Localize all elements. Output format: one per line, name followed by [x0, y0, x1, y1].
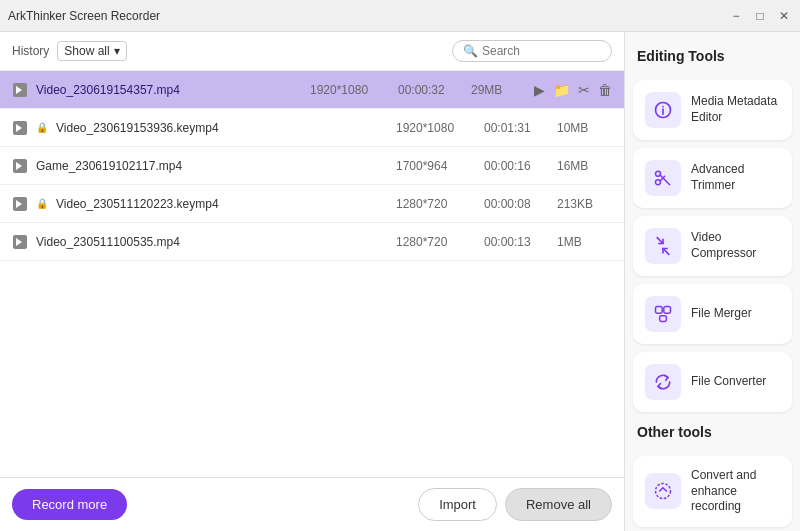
svg-line-7 — [657, 238, 663, 244]
close-button[interactable]: ✕ — [776, 8, 792, 24]
file-name: Video_230619153936.keymp4 — [56, 121, 388, 135]
file-size: 1MB — [557, 235, 612, 249]
file-name: Video_230511120223.keymp4 — [56, 197, 388, 211]
tool-media-metadata[interactable]: Media Metadata Editor — [633, 80, 792, 140]
window-controls: − □ ✕ — [728, 8, 792, 24]
scissors-icon — [653, 168, 673, 188]
video-icon — [12, 234, 28, 250]
file-merger-icon-wrap — [645, 296, 681, 332]
play-button[interactable]: ▶ — [534, 82, 545, 98]
file-duration: 00:00:13 — [484, 235, 549, 249]
delete-button[interactable]: 🗑 — [598, 82, 612, 98]
main-layout: History Show all ▾ 🔍 Video_230619154357.… — [0, 32, 800, 531]
file-duration: 00:00:08 — [484, 197, 549, 211]
lock-icon: 🔒 — [36, 122, 48, 133]
info-circle-icon — [653, 100, 673, 120]
file-duration: 00:00:16 — [484, 159, 549, 173]
file-resolution: 1920*1080 — [396, 121, 476, 135]
maximize-button[interactable]: □ — [752, 8, 768, 24]
svg-rect-9 — [656, 307, 663, 314]
svg-rect-11 — [660, 316, 667, 322]
convert-enhance-icon-wrap — [645, 473, 681, 509]
lock-icon: 🔒 — [36, 198, 48, 209]
record-more-button[interactable]: Record more — [12, 489, 127, 520]
import-button[interactable]: Import — [418, 488, 497, 521]
video-icon — [12, 120, 28, 136]
svg-point-1 — [662, 106, 664, 108]
toolbar: History Show all ▾ 🔍 — [0, 32, 624, 71]
file-size: 16MB — [557, 159, 612, 173]
history-select[interactable]: Show all ▾ — [57, 41, 126, 61]
remove-all-button[interactable]: Remove all — [505, 488, 612, 521]
cut-button[interactable]: ✂ — [578, 82, 590, 98]
other-tools-title: Other tools — [633, 420, 792, 448]
left-panel: History Show all ▾ 🔍 Video_230619154357.… — [0, 32, 625, 531]
tool-file-merger[interactable]: File Merger — [633, 284, 792, 344]
table-row[interactable]: 🔒 Video_230511120223.keymp4 1280*720 00:… — [0, 185, 624, 223]
search-icon: 🔍 — [463, 44, 478, 58]
minimize-button[interactable]: − — [728, 8, 744, 24]
file-duration: 00:00:32 — [398, 83, 463, 97]
video-compressor-icon-wrap — [645, 228, 681, 264]
merge-icon — [653, 304, 673, 324]
advanced-trimmer-icon-wrap — [645, 160, 681, 196]
compress-icon — [653, 236, 673, 256]
editing-tools-title: Editing Tools — [633, 44, 792, 72]
refresh-icon — [653, 372, 673, 392]
table-row[interactable]: 🔒 Video_230619153936.keymp4 1920*1080 00… — [0, 109, 624, 147]
search-input[interactable] — [482, 44, 601, 58]
file-actions: ▶ 📁 ✂ 🗑 — [534, 82, 612, 98]
tool-label-advanced-trimmer: Advanced Trimmer — [691, 162, 780, 193]
file-resolution: 1280*720 — [396, 235, 476, 249]
tool-label-convert-enhance: Convert and enhance recording — [691, 468, 780, 515]
file-resolution: 1280*720 — [396, 197, 476, 211]
enhance-icon — [653, 481, 673, 501]
svg-line-8 — [663, 249, 669, 255]
chevron-down-icon: ▾ — [114, 44, 120, 58]
video-icon — [12, 82, 28, 98]
file-resolution: 1700*964 — [396, 159, 476, 173]
file-duration: 00:01:31 — [484, 121, 549, 135]
app-title: ArkThinker Screen Recorder — [8, 9, 160, 23]
tool-file-converter[interactable]: File Converter — [633, 352, 792, 412]
file-resolution: 1920*1080 — [310, 83, 390, 97]
media-metadata-icon-wrap — [645, 92, 681, 128]
file-size: 213KB — [557, 197, 612, 211]
tool-advanced-trimmer[interactable]: Advanced Trimmer — [633, 148, 792, 208]
titlebar: ArkThinker Screen Recorder − □ ✕ — [0, 0, 800, 32]
table-row[interactable]: Video_230511100535.mp4 1280*720 00:00:13… — [0, 223, 624, 261]
search-box[interactable]: 🔍 — [452, 40, 612, 62]
bottom-bar: Record more Import Remove all — [0, 477, 624, 531]
file-name: Video_230511100535.mp4 — [36, 235, 388, 249]
tool-label-file-converter: File Converter — [691, 374, 766, 390]
video-icon — [12, 158, 28, 174]
right-panel: Editing Tools Media Metadata Editor — [625, 32, 800, 531]
file-size: 10MB — [557, 121, 612, 135]
history-label: History — [12, 44, 49, 58]
tool-video-compressor[interactable]: Video Compressor — [633, 216, 792, 276]
table-row[interactable]: Video_230619154357.mp4 1920*1080 00:00:3… — [0, 71, 624, 109]
tool-label-file-merger: File Merger — [691, 306, 752, 322]
file-list: Video_230619154357.mp4 1920*1080 00:00:3… — [0, 71, 624, 477]
table-row[interactable]: Game_230619102117.mp4 1700*964 00:00:16 … — [0, 147, 624, 185]
show-all-label: Show all — [64, 44, 109, 58]
file-converter-icon-wrap — [645, 364, 681, 400]
folder-button[interactable]: 📁 — [553, 82, 570, 98]
tool-convert-enhance[interactable]: Convert and enhance recording — [633, 456, 792, 527]
svg-point-12 — [656, 484, 671, 499]
tool-label-media-metadata: Media Metadata Editor — [691, 94, 780, 125]
tool-label-video-compressor: Video Compressor — [691, 230, 780, 261]
file-size: 29MB — [471, 83, 526, 97]
file-name: Video_230619154357.mp4 — [36, 83, 302, 97]
file-name: Game_230619102117.mp4 — [36, 159, 388, 173]
video-icon — [12, 196, 28, 212]
svg-rect-10 — [664, 307, 671, 314]
